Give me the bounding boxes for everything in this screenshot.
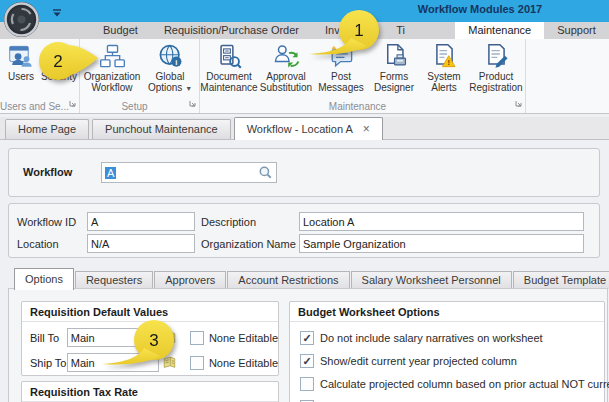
ship-to-label: Ship To [30,357,67,369]
show-edit-projected-column-checkbox[interactable]: ✓ [300,354,314,368]
detail-tab-strip: Options Requesters Approvers Account Res… [8,268,609,289]
search-icon[interactable] [258,165,273,180]
svg-text:!: ! [447,57,450,66]
callout-2-balloon: 2 [34,40,102,84]
product-registration-icon [468,41,524,71]
calculate-projected-column-checkbox[interactable] [300,377,314,391]
system-alerts-button[interactable]: ! System Alerts [420,39,468,93]
ribbon-tab-budget[interactable]: Budget [90,22,151,39]
description-label: Description [201,216,299,228]
ribbon-tab-maintenance[interactable]: Maintenance [455,22,544,39]
document-maintenance-button[interactable]: Document Maintenance [200,39,258,93]
close-tab-icon[interactable]: × [363,124,370,134]
requisition-tax-rate-groupbox: Requisition Tax Rate [21,381,279,402]
tab-requesters[interactable]: Requesters [75,271,153,289]
app-window: Workflow Modules 2017 Budget Requisition… [0,0,609,402]
checkbox-label: Do not include salary narratives on work… [320,332,543,344]
tab-budget-template[interactable]: Budget Template [513,271,609,289]
tab-workflow-location-a[interactable]: Workflow - Location A × [234,117,383,140]
window-title: Workflow Modules 2017 [370,3,590,15]
ribbon-group-label: Setup [80,101,189,112]
workflow-search-panel: Workflow A [8,148,600,197]
tab-punchout-maintenance[interactable]: Punchout Maintenance [92,119,231,139]
document-maintenance-icon [200,41,258,71]
ribbon-group-label: Users and Se... [0,101,69,112]
callout-1-balloon: 1 [303,6,395,58]
tab-options[interactable]: Options [14,268,74,290]
organization-name-label: Organization Name [201,238,299,250]
product-registration-button[interactable]: Product Registration [468,39,524,93]
global-options-button[interactable]: i Global Options ▼ [144,39,196,94]
dialog-launcher-icon[interactable] [189,93,196,111]
ribbon-group-label: Maintenance [200,101,515,112]
workflow-fields-panel: Workflow ID A Description Location A Loc… [8,203,600,258]
tab-approvers[interactable]: Approvers [154,271,226,289]
callout-number: 3 [149,331,158,350]
document-tab-strip: Home Page Punchout Maintenance Workflow … [0,117,609,140]
location-label: Location [17,238,87,250]
ribbon-tab-requisition[interactable]: Requisition/Purchase Order [151,22,312,39]
organization-name-input[interactable]: Sample Organization [299,234,584,253]
description-input[interactable]: Location A [299,212,584,231]
checkbox-label: Show/edit current year projected column [320,355,517,367]
svg-text:i: i [175,57,177,66]
dropdown-arrow-icon: ▼ [185,85,192,92]
none-editable-label: None Editable [209,332,278,344]
tab-account-restrictions[interactable]: Account Restrictions [227,271,349,289]
budget-worksheet-options-groupbox: Budget Worksheet Options ✓ Do not includ… [289,301,605,402]
global-options-icon: i [144,41,196,71]
groupbox-title: Budget Worksheet Options [290,302,604,322]
groupbox-title: Requisition Tax Rate [22,382,278,402]
checkbox-label: Calculate projected column based on prio… [320,378,609,390]
location-input[interactable]: N/A [87,234,195,253]
selected-text: A [105,167,116,179]
dialog-launcher-icon[interactable] [69,93,76,111]
none-editable-label: None Editable [209,357,278,369]
workflow-search-label: Workflow [23,166,72,178]
ribbon-tab-support[interactable]: Support [544,22,609,39]
tab-salary-worksheet-personnel[interactable]: Salary Worksheet Personnel [351,271,512,289]
callout-3-balloon: 3 [98,318,190,368]
app-logo-icon[interactable] [3,1,40,38]
tab-home-page[interactable]: Home Page [5,119,89,139]
quick-access-dropdown-icon[interactable] [52,3,62,21]
system-alerts-icon: ! [420,41,468,71]
bill-to-label: Bill To [30,332,67,344]
workflow-search-input[interactable]: A [101,162,277,183]
callout-number: 1 [354,21,363,40]
workflow-id-input[interactable]: A [87,212,195,231]
no-salary-narratives-checkbox[interactable]: ✓ [300,331,314,345]
callout-number: 2 [53,52,62,71]
workflow-id-label: Workflow ID [17,216,87,228]
ship-to-none-editable-checkbox[interactable] [190,356,204,370]
dialog-launcher-icon[interactable] [515,93,522,111]
bill-to-none-editable-checkbox[interactable] [190,331,204,345]
